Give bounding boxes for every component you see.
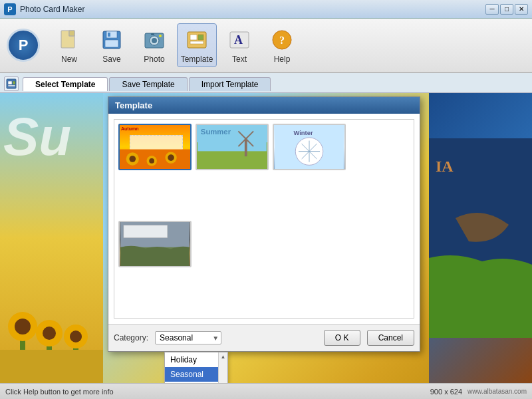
svg-text:Winter: Winter — [293, 129, 313, 136]
svg-text:A: A — [234, 33, 243, 47]
tab-import-template[interactable]: Import Template — [189, 77, 271, 91]
svg-point-41 — [168, 154, 174, 161]
save-button[interactable]: Save — [92, 23, 132, 67]
svg-rect-9 — [151, 33, 154, 35]
tabbar: Select Template Save Template Import Tem… — [0, 73, 532, 93]
new-label: New — [61, 55, 77, 64]
category-select-wrapper[interactable]: Seasonal Holiday sport Travel Others ▼ — [155, 331, 221, 344]
svg-point-28 — [43, 327, 56, 340]
svg-text:IA: IA — [436, 158, 454, 175]
photo-button[interactable]: Photo — [134, 23, 174, 67]
photo-label: Photo — [144, 55, 164, 64]
save-label: Save — [102, 55, 120, 64]
category-label: Category: — [114, 333, 148, 342]
category-select[interactable]: Seasonal Holiday sport Travel Others — [155, 331, 221, 344]
help-icon: ? — [269, 27, 295, 53]
svg-rect-14 — [190, 41, 203, 44]
tab-save-template[interactable]: Save Template — [109, 77, 187, 91]
scroll-up-icon[interactable]: ▲ — [221, 354, 226, 360]
sea-preview: IA — [429, 93, 532, 383]
dropdown-menu: Holiday Seasonal sport Travel Others ▲ ▼ — [164, 352, 228, 383]
template-dialog: Template Autumn — [108, 96, 420, 352]
save-icon — [98, 27, 125, 53]
new-icon — [56, 27, 82, 53]
svg-text:Summer: Summer — [201, 128, 231, 136]
help-label: Help — [274, 55, 291, 64]
statusbar: Click Help button to get more info 900 x… — [0, 383, 532, 399]
dropdown-item-seasonal[interactable]: Seasonal — [165, 367, 218, 382]
template-button[interactable]: Template — [177, 23, 217, 67]
titlebar-title: Photo Card Maker — [20, 5, 485, 14]
svg-point-25 — [15, 319, 31, 334]
new-button[interactable]: New — [49, 23, 89, 67]
svg-point-10 — [159, 35, 162, 37]
summer-preview: Su — [0, 93, 103, 383]
background-text: Su — [3, 106, 71, 168]
dialog-body: Autumn — [108, 114, 420, 324]
dropdown-scrollbar[interactable]: ▲ ▼ — [218, 352, 227, 383]
text-label: Text — [232, 55, 247, 64]
template-grid: Autumn — [114, 119, 414, 319]
minimize-button[interactable]: ─ — [485, 4, 499, 15]
dialog-title: Template — [108, 97, 420, 114]
svg-rect-43 — [198, 152, 267, 169]
status-size: 900 x 624 — [430, 388, 462, 396]
app-icon: P — [4, 3, 16, 15]
close-button[interactable]: ✕ — [515, 4, 528, 15]
tab-icon — [4, 76, 19, 91]
main-canvas: Su IA Template — [0, 93, 532, 383]
titlebar: P Photo Card Maker ─ □ ✕ — [0, 0, 532, 19]
svg-rect-1 — [69, 31, 74, 36]
svg-point-37 — [129, 156, 136, 162]
tab-select-template[interactable]: Select Template — [23, 77, 108, 91]
svg-rect-22 — [8, 85, 15, 86]
dropdown-item-sport[interactable]: sport — [165, 382, 218, 383]
template-thumb-summer[interactable]: Autumn — [118, 124, 192, 170]
status-help-text: Click Help button to get more info — [5, 388, 430, 396]
dialog-footer: Category: Seasonal Holiday sport Travel … — [108, 324, 420, 351]
photo-icon — [141, 27, 168, 53]
svg-rect-12 — [190, 35, 197, 40]
template-label: Template — [181, 55, 213, 64]
svg-rect-58 — [124, 225, 168, 238]
svg-point-39 — [149, 158, 154, 164]
text-button[interactable]: A Text — [219, 23, 259, 67]
help-button[interactable]: ? Help — [262, 23, 302, 67]
template-icon — [184, 27, 210, 53]
ok-button[interactable]: O K — [324, 330, 360, 346]
titlebar-buttons: ─ □ ✕ — [485, 4, 528, 15]
template-thumb-winter[interactable]: Winter — [273, 124, 346, 170]
template-thumb-sea[interactable] — [118, 221, 192, 267]
dropdown-menu-items: Holiday Seasonal sport Travel Others — [165, 352, 218, 383]
svg-rect-21 — [13, 81, 15, 84]
svg-text:?: ? — [279, 35, 285, 46]
dropdown-item-holiday[interactable]: Holiday — [165, 352, 218, 367]
svg-rect-32 — [0, 350, 103, 383]
toolbar: P New Save — [0, 19, 532, 73]
svg-point-31 — [70, 331, 82, 342]
text-icon: A — [226, 27, 253, 53]
svg-rect-4 — [108, 33, 110, 37]
template-thumb-windmill[interactable]: Summer — [196, 124, 269, 170]
svg-rect-13 — [198, 35, 203, 40]
status-url: www.albatasan.com — [467, 388, 527, 395]
svg-point-8 — [152, 38, 157, 43]
maximize-button[interactable]: □ — [500, 4, 513, 15]
app-logo: P — [7, 29, 40, 62]
cancel-button[interactable]: Cancel — [367, 330, 414, 346]
svg-rect-20 — [8, 81, 12, 84]
svg-rect-5 — [105, 40, 118, 47]
